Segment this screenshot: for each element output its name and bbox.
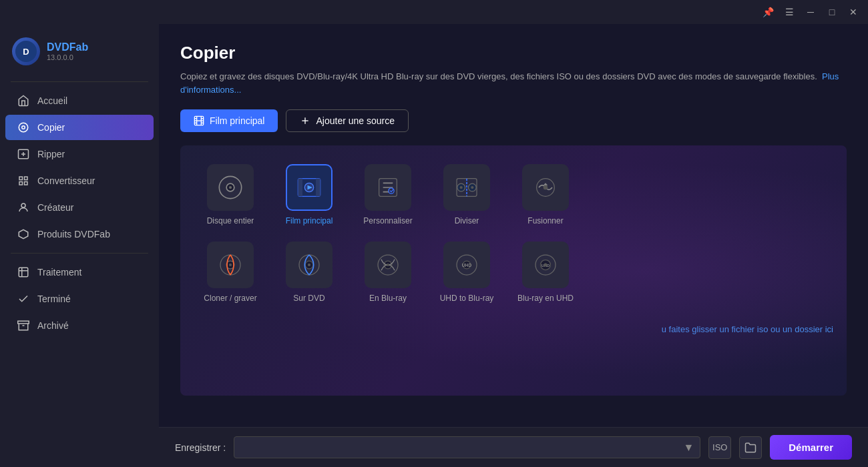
drop-hint-link[interactable]: ici <box>825 324 833 334</box>
split-icon <box>453 174 480 201</box>
sidebar-item-ripper[interactable]: Ripper <box>5 141 154 167</box>
svg-point-38 <box>544 185 548 190</box>
mode-film-principal[interactable]: Film principal <box>272 159 346 231</box>
svg-point-23 <box>229 186 232 189</box>
svg-point-44 <box>308 264 310 266</box>
disc-icon <box>217 174 244 201</box>
mode-diviser[interactable]: Diviser <box>430 159 503 231</box>
close-button[interactable]: ✕ <box>844 5 863 19</box>
menu-button[interactable]: ☰ <box>780 5 799 19</box>
svg-rect-8 <box>19 268 28 277</box>
mode-personnaliser[interactable]: Personnaliser <box>351 159 425 231</box>
svg-point-34 <box>460 186 463 189</box>
logo-dvd: DVD <box>47 41 69 53</box>
svg-text:UHD: UHD <box>462 263 472 268</box>
blu-uhd-icon: UHD <box>532 252 559 278</box>
iso-label: ISO <box>712 442 727 452</box>
sidebar-item-termine[interactable]: Terminé <box>5 286 154 312</box>
svg-point-41 <box>229 264 232 266</box>
sidebar-item-accueil[interactable]: Accueil <box>5 88 154 113</box>
customize-icon <box>375 174 401 201</box>
home-icon <box>17 95 29 107</box>
mode-label-dvd: Sur DVD <box>293 294 324 303</box>
folder-icon <box>744 442 756 454</box>
mode-icon-box-cloner <box>207 242 254 288</box>
sidebar-item-copier[interactable]: Copier <box>5 115 154 140</box>
mode-label-disque: Disque entier <box>207 216 254 225</box>
uhd-bluray-icon: UHD <box>453 252 480 278</box>
app-body: D DVDFab 13.0.0.0 Accueil <box>0 24 868 467</box>
folder-browse-button[interactable] <box>739 436 762 459</box>
mode-label-perso: Personnaliser <box>363 216 412 225</box>
logo-name: DVDFab <box>47 41 88 53</box>
mode-icon-box-bluray <box>365 242 411 288</box>
svg-point-54 <box>544 264 548 267</box>
sidebar-label-ripper: Ripper <box>37 149 65 159</box>
mode-label-cloner: Cloner / graver <box>204 294 256 303</box>
logo-avatar: D <box>12 37 40 65</box>
save-path-input[interactable] <box>234 436 700 458</box>
start-button[interactable]: Démarrer <box>770 435 852 460</box>
drop-zone[interactable] <box>194 342 833 382</box>
iso-button[interactable]: ISO <box>708 436 731 459</box>
maximize-button[interactable]: □ <box>823 5 841 19</box>
ripper-icon <box>17 148 29 160</box>
mode-sur-dvd[interactable]: Sur DVD <box>272 236 346 308</box>
mode-icon-box-fusionner <box>522 164 569 211</box>
footer-label: Enregistrer : <box>175 442 226 453</box>
film-icon <box>194 115 204 126</box>
svg-rect-25 <box>298 179 302 197</box>
bluray-icon <box>375 252 401 278</box>
sidebar-label-copier: Copier <box>37 122 65 133</box>
film-principal-label: Film principal <box>210 115 264 126</box>
main-content: Copier Copiez et gravez des disques DVD/… <box>159 24 868 467</box>
sidebar-label-accueil: Accueil <box>37 95 67 106</box>
content-area: Copier Copiez et gravez des disques DVD/… <box>159 24 868 427</box>
mode-uhd-to-bluray[interactable]: UHD UHD to Blu-ray <box>430 236 503 308</box>
svg-point-30 <box>389 188 394 193</box>
mode-fusionner[interactable]: Fusionner <box>509 159 582 231</box>
copy-icon <box>17 121 29 133</box>
ajouter-source-label: Ajouter une source <box>316 115 395 126</box>
footer-bar: Enregistrer : ▼ ISO Démarrer <box>159 427 868 467</box>
page-description: Copiez et gravez des disques DVD/Blu-ray… <box>180 70 847 96</box>
archive-icon <box>17 320 29 332</box>
mode-icon-box-dvd <box>286 242 333 288</box>
sidebar-label-archive: Archivé <box>37 320 69 331</box>
mode-label-blu-uhd: Blu-ray en UHD <box>517 294 574 303</box>
sidebar-item-produits[interactable]: Produits DVDFab <box>5 221 154 247</box>
action-buttons: Film principal Ajouter une source <box>180 109 847 132</box>
mode-cloner[interactable]: Cloner / graver <box>194 236 267 308</box>
sidebar-item-createur[interactable]: Créateur <box>5 195 154 220</box>
sidebar-label-convertisseur: Convertisseur <box>37 175 95 186</box>
mode-icon-box-film <box>286 164 333 211</box>
sidebar-item-convertisseur[interactable]: Convertisseur <box>5 168 154 193</box>
sidebar-label-termine: Terminé <box>37 294 71 304</box>
pin-button[interactable]: 📌 <box>758 5 777 19</box>
ajouter-source-button[interactable]: Ajouter une source <box>286 109 409 132</box>
sidebar-divider-top <box>11 81 148 82</box>
film-mode-icon <box>296 174 322 201</box>
sidebar-item-traitement[interactable]: Traitement <box>5 260 154 285</box>
dvd-icon <box>296 252 322 278</box>
film-principal-button[interactable]: Film principal <box>180 109 278 132</box>
mode-grid-container: Disque entier <box>180 145 847 396</box>
merge-icon <box>532 174 559 201</box>
clone-icon <box>217 252 244 278</box>
mode-icon-box-diviser <box>443 164 490 211</box>
plus-icon <box>300 115 310 126</box>
mode-en-bluray[interactable]: En Blu-ray <box>351 236 425 308</box>
products-icon <box>17 228 29 240</box>
mode-label-diviser: Diviser <box>455 216 479 225</box>
svg-rect-26 <box>316 179 320 197</box>
converter-icon <box>17 175 29 187</box>
mode-bluray-en-uhd[interactable]: UHD Blu-ray en UHD <box>509 236 582 308</box>
sidebar-label-createur: Créateur <box>37 202 73 213</box>
logo-text: DVDFab 13.0.0.0 <box>47 41 88 61</box>
minimize-button[interactable]: ─ <box>801 5 820 19</box>
drop-hint: u faites glisser un fichier iso ou un do… <box>194 316 833 342</box>
sidebar-item-archive[interactable]: Archivé <box>5 313 154 338</box>
mode-label-uhd-blu: UHD to Blu-ray <box>440 294 494 303</box>
mode-disque-entier[interactable]: Disque entier <box>194 159 267 231</box>
title-bar: 📌 ☰ ─ □ ✕ <box>0 0 868 24</box>
